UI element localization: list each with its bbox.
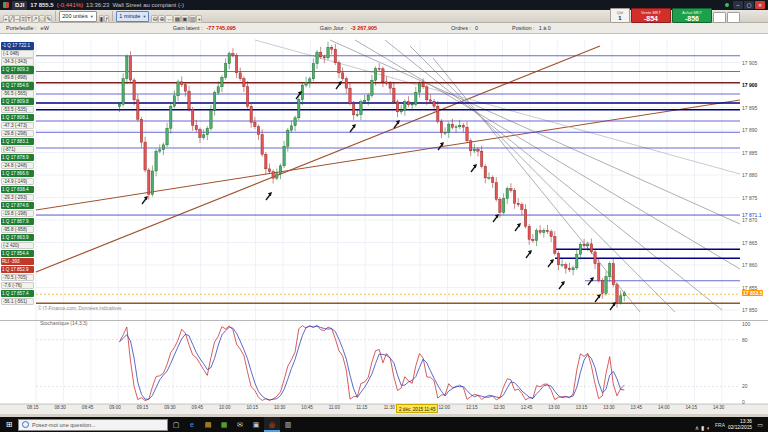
draw-tool-icon[interactable]: ✎ [45, 15, 52, 23]
close-button[interactable]: ✕ [755, 1, 765, 9]
ladder-row: -47.3 (-473) [1, 122, 34, 130]
chevron-down-icon: ▼ [90, 14, 94, 19]
ladder-row[interactable]: 1 Q 17 809.3 [1, 66, 34, 74]
stochastic-indicator-label[interactable]: Stochastique (14,3,3) [40, 320, 88, 326]
ladder-row: (-2 420) [1, 242, 34, 250]
time-axis-label: 10:45 [301, 405, 313, 410]
portfolio-label: Portefeuille : [6, 25, 37, 31]
taskbar: ⊞ Posez-moi une question... ▢e▤▦✉▣◎▥ ∧▮◖… [0, 417, 768, 432]
show-hidden-icons-button[interactable]: ∧ [695, 425, 699, 431]
ladder-row: -53.5 (-535) [1, 106, 34, 114]
buy-market-price: -856 [685, 15, 699, 22]
notification-center-button[interactable]: ▭ [755, 421, 765, 428]
titlebar-time: 13:36:23 [86, 2, 109, 8]
chevron-down-icon: ▼ [142, 14, 146, 19]
ladder-row[interactable]: 1 Q 17 852.9 [1, 266, 34, 274]
time-axis-label: 08:15 [27, 405, 39, 410]
ladder-row[interactable]: 1 Q 17 883.1 [1, 138, 34, 146]
ladder-row: -19.8 (-198) [1, 210, 34, 218]
start-button[interactable]: ⊞ [0, 417, 18, 432]
price-chart-canvas[interactable] [0, 34, 768, 414]
time-axis-label: 09:45 [192, 405, 204, 410]
add-indicator-icon[interactable]: + [196, 15, 202, 23]
file-explorer-icon[interactable]: ▤ [200, 417, 216, 432]
task-view-icon[interactable]: ▢ [168, 417, 184, 432]
time-axis-label: 08:45 [82, 405, 94, 410]
ladder-row[interactable]: -1 Q 17 722.1 [1, 42, 34, 50]
price-level-label: 17 871.1 [742, 212, 761, 218]
time-axis-label: 12:15 [466, 405, 478, 410]
gain-latent-value: -77 745,095 [207, 25, 236, 31]
stoch-axis-label: 80 [742, 337, 748, 343]
battery-icon[interactable]: ▮ [701, 425, 704, 431]
ladder-row[interactable]: 1 Q 17 838.4 [1, 186, 34, 194]
ladder-row[interactable]: 1 Q 17 854.6 [1, 82, 34, 90]
account-infobar: Portefeuille : eW Gain latent : -77 745,… [0, 23, 768, 34]
maximize-button[interactable]: ▢ [744, 1, 754, 9]
position-value[interactable]: 1 à 0 [539, 25, 551, 31]
buy-market-label: Achat MKT [682, 10, 702, 15]
ladder-row: -56.5 (-565) [1, 90, 34, 98]
ladder-row: -7.6 (-76) [1, 282, 34, 290]
ladder-row: -34.3 (-343) [1, 58, 34, 66]
stoch-axis-label: 100 [742, 321, 750, 327]
edge-browser-icon[interactable]: e [184, 417, 200, 432]
price-axis-label: 17 880 [742, 172, 757, 178]
qty-value: 1 [618, 15, 621, 21]
ladder-row: -89.8 (-898) [1, 74, 34, 82]
ladder-row[interactable]: 1 Q 17 857.4 [1, 290, 34, 298]
system-tray: ∧▮◖ FRA 13:36 02/12/2015 ▭ [695, 416, 768, 432]
indicators-icon[interactable]: ƒ [104, 15, 109, 23]
sell-market-button[interactable]: Vente MKT -854 [631, 8, 671, 23]
instrument-tab[interactable]: DJI [12, 1, 27, 10]
buy-market-button[interactable]: Achat MKT -856 [672, 8, 712, 23]
stop-field[interactable] [713, 12, 726, 23]
ladder-row[interactable]: 1 Q 17 808.1 [1, 114, 34, 122]
current-price-tag: 17 853.5 [742, 290, 763, 296]
time-axis-label: 08:30 [54, 405, 66, 410]
ladder-row[interactable]: RLI -393 [1, 258, 34, 266]
quantity-field[interactable]: Qté 1 [610, 8, 630, 23]
units-dropdown[interactable]: 200 unités ▼ [59, 11, 96, 22]
ladder-row[interactable]: 1 Q 17 867.9 [1, 218, 34, 226]
text-tool-icon[interactable]: T [26, 15, 32, 23]
taskbar-search[interactable]: Posez-moi une question... [18, 419, 168, 431]
store-icon[interactable]: ▦ [216, 417, 232, 432]
mail-icon[interactable]: ✉ [232, 417, 248, 432]
ladder-row[interactable]: 1 Q 17 854.4 [1, 250, 34, 258]
orders-value[interactable]: 0 [475, 25, 478, 31]
ladder-row: -29.3 (-293) [1, 194, 34, 202]
language-indicator[interactable]: FRA [715, 422, 725, 428]
time-axis-label: 14:00 [658, 405, 670, 410]
arrow-tool-icon[interactable]: ↗ [32, 15, 39, 23]
taskbar-clock[interactable]: 13:36 02/12/2015 [728, 419, 752, 430]
timeframe-dropdown-value: 1 minute [119, 13, 140, 19]
limit-field[interactable] [727, 12, 740, 23]
network-icon[interactable]: ◖ [706, 425, 710, 431]
titlebar-change: (-0,441%) [57, 2, 83, 8]
crosshair-tool-icon[interactable]: + [3, 15, 9, 23]
ladder-row: -14.9 (-149) [1, 178, 34, 186]
ladder-row[interactable]: 1 Q 17 809.8 [1, 98, 34, 106]
ladder-row[interactable]: 1 Q 17 863.9 [1, 234, 34, 242]
time-axis-label: 12:00 [439, 405, 451, 410]
time-axis-label: 12:30 [493, 405, 505, 410]
document-app-icon[interactable]: ▥ [280, 417, 296, 432]
trading-app-window: DJI 17 855.5 (-0,441%) 13:36:23 Wall Str… [0, 0, 768, 432]
photos-icon[interactable]: ▣ [248, 417, 264, 432]
screenshot-icon[interactable]: ▣ [181, 15, 189, 23]
timeframe-dropdown[interactable]: 1 minute ▼ [116, 11, 149, 22]
time-axis-label: 11:00 [329, 405, 340, 410]
calendar-icon[interactable]: ▦ [173, 15, 181, 23]
connection-status-icon [725, 3, 729, 7]
orders-label: Ordres : [451, 25, 471, 31]
ladder-row[interactable]: 1 Q 17 878.9 [1, 154, 34, 162]
time-axis-label: 11:15 [356, 405, 367, 410]
trading-app-icon[interactable]: ◎ [264, 417, 280, 432]
ladder-row[interactable]: 1 Q 17 866.6 [1, 170, 34, 178]
clock-date: 02/12/2015 [728, 425, 752, 430]
ladder-row[interactable]: 1 Q 17 874.6 [1, 202, 34, 210]
units-dropdown-value: 200 unités [62, 13, 87, 19]
price-axis-label: 17 865 [742, 240, 757, 246]
search-icon [22, 421, 29, 428]
